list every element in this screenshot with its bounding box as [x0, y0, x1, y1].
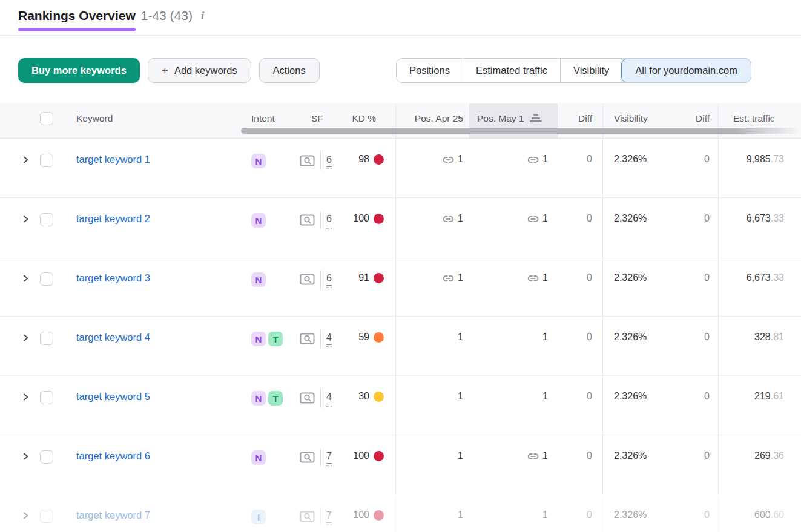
sf-count[interactable]: 6: [326, 272, 332, 286]
intent-badges: N: [241, 257, 291, 316]
kd-value: 30: [358, 391, 369, 402]
table-row: target keyword 5 NT 4 30 1 1 0 2.326% 0 …: [0, 376, 801, 435]
est-traffic-dec: .61: [771, 391, 784, 402]
linked-url-icon[interactable]: [442, 214, 455, 225]
tab-visibility[interactable]: Visibility: [560, 59, 622, 82]
table-row: target keyword 6 N 7 100 1 1 0 2.326% 0 …: [0, 435, 801, 494]
row-checkbox[interactable]: [40, 391, 53, 404]
col-expander: [0, 103, 34, 138]
keyword-cell: target keyword 2: [61, 198, 241, 257]
serp-features-icon[interactable]: [300, 155, 315, 167]
view-segmented-control: Positions Estimated traffic Visibility A…: [396, 58, 751, 83]
keyword-link[interactable]: target keyword 4: [76, 332, 150, 343]
linked-url-icon[interactable]: [527, 154, 539, 165]
est-traffic-dec: .73: [771, 154, 784, 165]
expand-chevron-icon[interactable]: [22, 511, 30, 520]
row-checkbox[interactable]: [40, 272, 53, 286]
actions-button[interactable]: Actions: [259, 58, 320, 83]
row-checkbox[interactable]: [40, 154, 53, 167]
linked-url-icon[interactable]: [442, 154, 455, 165]
est-traffic-int: 6,673: [747, 272, 771, 283]
visibility-diff-cell: 0: [669, 257, 718, 316]
keyword-link[interactable]: target keyword 5: [76, 391, 150, 402]
visibility-value: 2.326%: [614, 213, 647, 224]
add-keywords-button[interactable]: + Add keywords: [148, 58, 251, 83]
horizontal-scrollbar[interactable]: [241, 128, 801, 134]
diff-cell: 0: [558, 198, 602, 257]
row-checkbox[interactable]: [40, 213, 53, 226]
keyword-cell: target keyword 4: [61, 317, 241, 375]
sf-count[interactable]: 4: [326, 332, 332, 345]
intent-badge-n: N: [251, 391, 266, 406]
serp-features-icon[interactable]: [300, 214, 315, 226]
linked-url-icon[interactable]: [527, 214, 539, 225]
expand-chevron-icon[interactable]: [22, 215, 30, 223]
keyword-link[interactable]: target keyword 7: [76, 510, 150, 521]
select-all-checkbox[interactable]: [40, 112, 53, 125]
title-underline: [18, 28, 136, 31]
visibility-value: 2.326%: [614, 154, 647, 165]
sf-count[interactable]: 6: [326, 213, 332, 226]
diff-value: 0: [587, 213, 592, 224]
kd-cell: 100: [339, 198, 395, 257]
keyword-link[interactable]: target keyword 1: [76, 154, 150, 165]
position-value: 1: [458, 272, 463, 283]
keyword-cell: target keyword 1: [61, 139, 241, 197]
est-traffic-dec: .33: [771, 272, 784, 283]
sf-count[interactable]: 6: [326, 154, 332, 167]
expand-chevron-icon[interactable]: [22, 156, 30, 164]
sf-cell: 4: [291, 317, 339, 375]
checkbox-cell: [34, 198, 61, 257]
expand-chevron-icon[interactable]: [22, 393, 30, 401]
checkbox-cell: [34, 494, 61, 532]
expand-chevron-icon[interactable]: [22, 452, 30, 461]
page-title: Rankings Overview: [18, 8, 136, 22]
linked-url-icon[interactable]: [442, 273, 455, 284]
visibility-value: 2.326%: [614, 332, 647, 343]
row-checkbox[interactable]: [40, 332, 53, 345]
expand-chevron-icon[interactable]: [22, 274, 30, 283]
pos-cur-cell: 1: [469, 435, 558, 494]
diff-cell: 0: [558, 376, 602, 435]
kd-level-dot: [374, 332, 384, 343]
sf-count[interactable]: 7: [326, 510, 332, 523]
select-all-checkbox-cell: [34, 103, 61, 138]
visibility-diff-cell: 0: [669, 198, 718, 257]
linked-url-icon[interactable]: [527, 273, 539, 284]
serp-features-icon[interactable]: [300, 452, 315, 464]
sf-cell: 6: [291, 198, 339, 257]
tab-all-for-yourdomain[interactable]: All for yourdomain.com: [621, 58, 751, 83]
tab-positions[interactable]: Positions: [397, 59, 463, 82]
serp-features-icon[interactable]: [300, 333, 315, 345]
page-title-wrap: Rankings Overview: [18, 8, 136, 31]
expand-chevron-icon[interactable]: [22, 333, 30, 342]
row-checkbox[interactable]: [40, 510, 53, 523]
est-traffic-cell: 328 .81: [718, 317, 801, 375]
diff-cell: 0: [558, 139, 602, 197]
table-row: target keyword 3 N 6 91 1 1 0 2.326% 0 6…: [0, 257, 801, 317]
tab-estimated-traffic[interactable]: Estimated traffic: [463, 59, 560, 82]
kd-cell: 30: [339, 376, 395, 435]
sf-count[interactable]: 7: [326, 450, 332, 464]
expander-cell: [0, 494, 34, 532]
col-keyword[interactable]: Keyword: [61, 103, 241, 138]
position-value: 1: [458, 391, 463, 402]
table-row: target keyword 4 NT 4 59 1 1 0 2.326% 0 …: [0, 317, 801, 376]
serp-features-icon[interactable]: [300, 392, 315, 404]
buy-more-keywords-button[interactable]: Buy more keywords: [18, 58, 140, 83]
keyword-link[interactable]: target keyword 3: [76, 272, 150, 284]
linked-url-icon[interactable]: [527, 451, 539, 462]
rankings-table: Keyword Intent SF KD % Pos. Apr 25 Pos. …: [0, 103, 801, 532]
info-icon[interactable]: i: [201, 8, 204, 24]
sf-divider: [320, 448, 321, 467]
serp-features-icon[interactable]: [300, 511, 315, 523]
keyword-link[interactable]: target keyword 6: [76, 450, 150, 462]
keyword-cell: target keyword 5: [61, 376, 241, 435]
visibility-diff-value: 0: [704, 213, 710, 224]
expander-cell: [0, 435, 34, 494]
sf-count[interactable]: 4: [326, 391, 332, 404]
serp-features-icon[interactable]: [300, 274, 315, 286]
diff-value: 0: [587, 450, 592, 461]
keyword-link[interactable]: target keyword 2: [76, 213, 150, 225]
row-checkbox[interactable]: [40, 450, 53, 464]
